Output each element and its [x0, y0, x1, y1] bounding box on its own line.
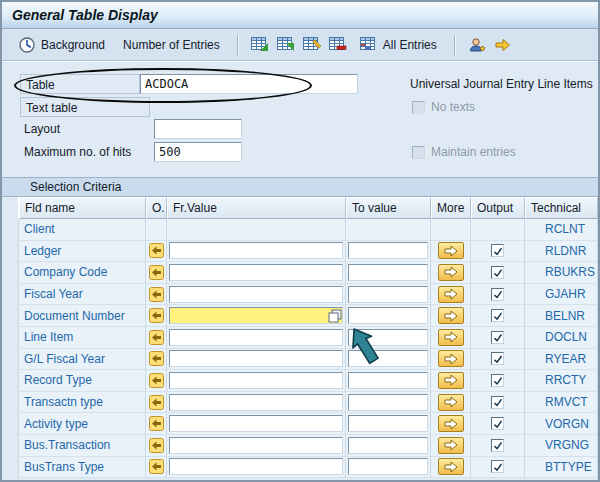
- layout-input[interactable]: [154, 119, 242, 139]
- to-value-input[interactable]: [348, 329, 428, 346]
- output-checkbox[interactable]: [491, 244, 504, 257]
- exit-button[interactable]: [491, 33, 515, 57]
- field-name-label[interactable]: BusTrans Type: [19, 460, 104, 474]
- selection-row: Client: [19, 219, 598, 241]
- from-value-input[interactable]: [169, 264, 343, 281]
- field-name-label[interactable]: Ledger: [19, 244, 61, 258]
- field-name-label[interactable]: Client: [19, 222, 55, 236]
- multiple-selection-icon[interactable]: [149, 265, 164, 280]
- from-value-input[interactable]: [169, 415, 343, 432]
- selection-row: Activity type: [19, 413, 598, 435]
- multiple-selection-icon[interactable]: [149, 308, 164, 323]
- table-insert-button[interactable]: [274, 33, 298, 57]
- output-checkbox[interactable]: [491, 288, 504, 301]
- multiple-selection-icon[interactable]: [149, 438, 164, 453]
- column-header-technical: Technical: [525, 197, 598, 219]
- more-button[interactable]: [438, 307, 464, 324]
- field-name-label[interactable]: Document Number: [19, 309, 125, 323]
- from-value-input[interactable]: [169, 350, 343, 367]
- from-value-input[interactable]: [169, 307, 343, 324]
- more-button[interactable]: [438, 242, 464, 259]
- output-checkbox[interactable]: [491, 396, 504, 409]
- more-arrow-icon: [444, 439, 458, 451]
- more-button[interactable]: [438, 458, 464, 475]
- column-header-fld-name: Fld name: [19, 197, 146, 219]
- to-value-input[interactable]: [348, 458, 428, 475]
- no-texts-label: No texts: [431, 100, 475, 114]
- all-entries-button[interactable]: All Entries: [352, 33, 445, 57]
- field-name-label[interactable]: Line Item: [19, 330, 73, 344]
- multiple-selection-icon[interactable]: [149, 287, 164, 302]
- copy-values-icon[interactable]: [328, 309, 342, 323]
- to-value-input[interactable]: [348, 350, 428, 367]
- max-hits-field-label: Maximum no. of hits: [24, 142, 131, 162]
- table-name-input[interactable]: ACDOCA: [140, 74, 358, 94]
- no-texts-checkbox[interactable]: [412, 101, 425, 114]
- output-checkbox[interactable]: [491, 266, 504, 279]
- field-name-label[interactable]: Bus.Transaction: [19, 438, 110, 452]
- output-checkbox[interactable]: [491, 309, 504, 322]
- output-checkbox[interactable]: [491, 352, 504, 365]
- toolbar-separator: [454, 35, 456, 55]
- multiple-selection-icon[interactable]: [149, 395, 164, 410]
- table-choose-icon: [251, 37, 269, 53]
- user-settings-button[interactable]: [465, 33, 489, 57]
- more-button[interactable]: [438, 437, 464, 454]
- more-button[interactable]: [438, 329, 464, 346]
- field-name-label[interactable]: Fiscal Year: [19, 287, 83, 301]
- more-button[interactable]: [438, 286, 464, 303]
- from-value-input[interactable]: [169, 372, 343, 389]
- maintain-entries-checkbox[interactable]: [412, 146, 425, 159]
- more-button[interactable]: [438, 264, 464, 281]
- to-value-input[interactable]: [348, 264, 428, 281]
- selection-row: Transactn type: [19, 392, 598, 414]
- output-checkbox[interactable]: [491, 460, 504, 473]
- output-checkbox[interactable]: [491, 417, 504, 430]
- to-value-input[interactable]: [348, 242, 428, 259]
- field-name-label[interactable]: G/L Fiscal Year: [19, 352, 105, 366]
- application-toolbar: Background Number of Entries: [2, 29, 598, 61]
- multiple-selection-icon[interactable]: [149, 243, 164, 258]
- table-delete-button[interactable]: [326, 33, 350, 57]
- more-arrow-icon: [444, 374, 458, 386]
- field-name-label[interactable]: Record Type: [19, 373, 92, 387]
- to-value-input[interactable]: [348, 307, 428, 324]
- multiple-selection-icon[interactable]: [149, 373, 164, 388]
- technical-name-label: VORGN: [525, 417, 589, 431]
- to-value-input[interactable]: [348, 437, 428, 454]
- background-button[interactable]: Background: [10, 32, 113, 58]
- number-of-entries-button[interactable]: Number of Entries: [115, 34, 228, 56]
- output-checkbox[interactable]: [491, 374, 504, 387]
- table-choose-button[interactable]: [248, 33, 272, 57]
- to-value-input[interactable]: [348, 372, 428, 389]
- field-name-label[interactable]: Activity type: [19, 417, 88, 431]
- more-button[interactable]: [438, 372, 464, 389]
- from-value-input[interactable]: [169, 242, 343, 259]
- more-button[interactable]: [438, 394, 464, 411]
- more-arrow-icon: [444, 331, 458, 343]
- more-button[interactable]: [438, 415, 464, 432]
- from-value-input[interactable]: [169, 286, 343, 303]
- max-hits-input[interactable]: 500: [154, 142, 242, 162]
- from-value-input[interactable]: [169, 437, 343, 454]
- to-value-input[interactable]: [348, 286, 428, 303]
- from-value-input[interactable]: [169, 329, 343, 346]
- field-name-label[interactable]: Company Code: [19, 265, 107, 279]
- more-button[interactable]: [438, 350, 464, 367]
- table-edit-button[interactable]: [300, 33, 324, 57]
- user-icon: [468, 36, 486, 54]
- to-value-input[interactable]: [348, 394, 428, 411]
- from-value-input[interactable]: [169, 394, 343, 411]
- multiple-selection-icon[interactable]: [149, 459, 164, 474]
- title-bar: General Table Display: [2, 2, 598, 29]
- table-insert-icon: [277, 37, 295, 53]
- output-checkbox[interactable]: [491, 439, 504, 452]
- multiple-selection-icon[interactable]: [149, 351, 164, 366]
- from-value-input[interactable]: [169, 458, 343, 475]
- multiple-selection-icon[interactable]: [149, 416, 164, 431]
- field-name-label[interactable]: Transactn type: [19, 395, 103, 409]
- more-arrow-icon: [444, 245, 458, 257]
- multiple-selection-icon[interactable]: [149, 330, 164, 345]
- output-checkbox[interactable]: [491, 331, 504, 344]
- to-value-input[interactable]: [348, 415, 428, 432]
